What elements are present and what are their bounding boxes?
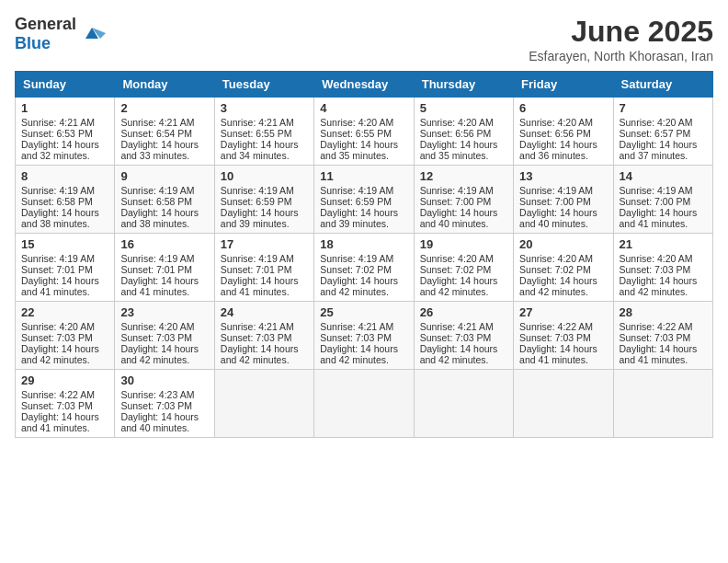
day-detail: Daylight: 14 hours [221,275,308,286]
calendar-cell: 26Sunrise: 4:21 AMSunset: 7:03 PMDayligh… [414,302,513,370]
day-number: 5 [420,101,507,115]
calendar-cell: 24Sunrise: 4:21 AMSunset: 7:03 PMDayligh… [214,302,313,370]
day-detail: Sunset: 7:02 PM [519,264,607,275]
day-detail: Sunrise: 4:22 AM [21,389,108,400]
week-row-4: 22Sunrise: 4:20 AMSunset: 7:03 PMDayligh… [16,302,713,370]
day-detail: Daylight: 14 hours [21,275,108,286]
day-detail: and 40 minutes. [519,218,607,229]
calendar-cell: 11Sunrise: 4:19 AMSunset: 6:59 PMDayligh… [314,166,414,234]
day-detail: and 38 minutes. [21,218,108,229]
day-detail: and 41 minutes. [519,354,607,365]
day-detail: Sunrise: 4:20 AM [21,321,108,332]
weekday-header-row: SundayMondayTuesdayWednesdayThursdayFrid… [16,72,713,98]
day-detail: Sunset: 7:02 PM [420,264,507,275]
day-detail: Sunrise: 4:21 AM [120,117,208,128]
day-detail: Sunrise: 4:21 AM [21,117,108,128]
day-detail: Daylight: 14 hours [120,207,208,218]
day-number: 27 [519,305,607,319]
location-subtitle: Esfarayen, North Khorasan, Iran [529,49,713,63]
weekday-sunday: Sunday [16,72,115,98]
day-number: 12 [420,169,507,183]
day-detail: Sunrise: 4:19 AM [120,185,208,196]
day-detail: Daylight: 14 hours [420,343,507,354]
day-detail: Sunrise: 4:19 AM [420,185,507,196]
day-number: 10 [221,169,308,183]
day-detail: and 41 minutes. [620,354,707,365]
logo-text: General Blue [15,15,106,53]
calendar-cell: 28Sunrise: 4:22 AMSunset: 7:03 PMDayligh… [613,302,712,370]
day-number: 24 [221,305,308,319]
day-number: 15 [21,237,108,251]
day-number: 8 [21,169,108,183]
weekday-tuesday: Tuesday [214,72,313,98]
day-detail: and 41 minutes. [21,286,108,297]
day-detail: Sunrise: 4:22 AM [519,321,607,332]
calendar-cell: 12Sunrise: 4:19 AMSunset: 7:00 PMDayligh… [414,166,513,234]
day-detail: and 36 minutes. [519,150,607,161]
page-header: General Blue June 2025 Esfarayen, North … [15,15,713,63]
calendar-cell: 23Sunrise: 4:20 AMSunset: 7:03 PMDayligh… [115,302,214,370]
day-detail: and 40 minutes. [420,218,507,229]
day-detail: and 42 minutes. [320,286,407,297]
day-detail: Daylight: 14 hours [320,139,407,150]
day-number: 20 [519,237,607,251]
day-number: 11 [320,169,407,183]
day-detail: Sunrise: 4:22 AM [620,321,707,332]
calendar-cell [214,370,313,438]
calendar-cell [314,370,414,438]
day-detail: Daylight: 14 hours [221,139,308,150]
day-detail: Sunset: 6:55 PM [221,128,308,139]
day-number: 17 [221,237,308,251]
day-detail: Sunrise: 4:19 AM [620,185,707,196]
day-detail: and 41 minutes. [120,286,208,297]
day-detail: Daylight: 14 hours [221,207,308,218]
day-number: 22 [21,305,108,319]
week-row-3: 15Sunrise: 4:19 AMSunset: 7:01 PMDayligh… [16,234,713,302]
day-number: 26 [420,305,507,319]
calendar-cell: 13Sunrise: 4:19 AMSunset: 7:00 PMDayligh… [514,166,613,234]
day-detail: Sunset: 7:03 PM [420,332,507,343]
day-detail: Sunrise: 4:19 AM [320,253,407,264]
calendar-cell: 10Sunrise: 4:19 AMSunset: 6:59 PMDayligh… [214,166,313,234]
day-number: 25 [320,305,407,319]
day-detail: Sunrise: 4:19 AM [120,253,208,264]
day-number: 21 [620,237,707,251]
day-detail: Daylight: 14 hours [120,275,208,286]
day-detail: Sunrise: 4:20 AM [620,253,707,264]
day-detail: Daylight: 14 hours [519,275,607,286]
day-detail: and 42 minutes. [21,354,108,365]
calendar-cell: 16Sunrise: 4:19 AMSunset: 7:01 PMDayligh… [115,234,214,302]
day-detail: Sunset: 7:00 PM [620,196,707,207]
calendar-cell: 19Sunrise: 4:20 AMSunset: 7:02 PMDayligh… [414,234,513,302]
calendar-cell: 5Sunrise: 4:20 AMSunset: 6:56 PMDaylight… [414,98,513,166]
calendar-cell: 20Sunrise: 4:20 AMSunset: 7:02 PMDayligh… [514,234,613,302]
day-detail: Sunrise: 4:20 AM [620,117,707,128]
day-detail: Daylight: 14 hours [620,207,707,218]
day-detail: Sunset: 6:57 PM [620,128,707,139]
calendar-cell: 14Sunrise: 4:19 AMSunset: 7:00 PMDayligh… [613,166,712,234]
day-detail: and 32 minutes. [21,150,108,161]
day-detail: Sunset: 6:56 PM [519,128,607,139]
day-detail: Sunset: 6:56 PM [420,128,507,139]
day-detail: and 37 minutes. [620,150,707,161]
day-detail: Sunset: 7:03 PM [120,332,208,343]
calendar-table: SundayMondayTuesdayWednesdayThursdayFrid… [15,71,713,438]
day-detail: Daylight: 14 hours [320,343,407,354]
day-detail: Sunset: 7:03 PM [320,332,407,343]
logo-icon [78,20,106,48]
day-detail: Sunrise: 4:21 AM [221,321,308,332]
day-detail: Sunset: 6:59 PM [221,196,308,207]
week-row-5: 29Sunrise: 4:22 AMSunset: 7:03 PMDayligh… [16,370,713,438]
day-detail: Sunset: 7:00 PM [420,196,507,207]
calendar-cell: 3Sunrise: 4:21 AMSunset: 6:55 PMDaylight… [214,98,313,166]
day-detail: Daylight: 14 hours [620,275,707,286]
calendar-cell: 21Sunrise: 4:20 AMSunset: 7:03 PMDayligh… [613,234,712,302]
calendar-cell: 8Sunrise: 4:19 AMSunset: 6:58 PMDaylight… [16,166,115,234]
week-row-2: 8Sunrise: 4:19 AMSunset: 6:58 PMDaylight… [16,166,713,234]
day-detail: Sunset: 7:03 PM [120,400,208,411]
day-detail: Daylight: 14 hours [120,411,208,422]
day-detail: Sunrise: 4:23 AM [120,389,208,400]
day-number: 30 [120,373,208,387]
calendar-cell [414,370,513,438]
day-detail: Sunset: 7:01 PM [120,264,208,275]
